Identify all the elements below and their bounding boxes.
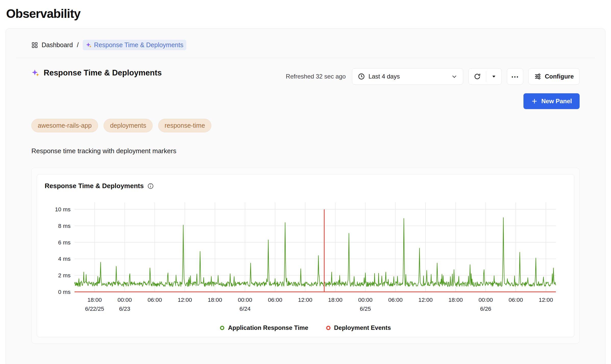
svg-text:2 ms: 2 ms [58,272,71,279]
breadcrumb-dashboard-link[interactable]: Dashboard [31,41,73,49]
toolbar: Refreshed 32 sec ago Last 4 days [286,68,580,109]
more-options-label: ⋯ [511,72,519,81]
svg-text:4 ms: 4 ms [58,256,71,262]
svg-text:6/23: 6/23 [119,306,130,312]
page-title: Observability [6,7,611,21]
legend-item-application-response-time[interactable]: Application Response Time [220,324,308,331]
dashboard-card: Dashboard / Response Time & Deployments … [6,28,605,364]
tag-response-time[interactable]: response-time [158,119,211,132]
caret-down-icon [491,74,496,79]
refresh-split-button [468,68,502,85]
svg-text:06:00: 06:00 [148,297,162,303]
svg-text:18:00: 18:00 [88,297,102,303]
svg-text:18:00: 18:00 [328,297,343,303]
configure-icon [534,73,541,80]
breadcrumb-separator: / [77,41,79,49]
refresh-button[interactable] [469,69,486,84]
time-range-dropdown[interactable]: Last 4 days [352,68,463,85]
svg-text:10 ms: 10 ms [55,206,70,213]
tags-row: awesome-rails-app deployments response-t… [31,119,580,132]
svg-text:12:00: 12:00 [539,297,553,303]
tag-deployments[interactable]: deployments [104,119,153,132]
plus-icon [531,98,538,105]
panel-description: Response time tracking with deployment m… [31,147,580,155]
svg-text:6 ms: 6 ms [58,239,71,246]
tag-awesome-rails-app[interactable]: awesome-rails-app [31,119,98,132]
configure-button[interactable]: Configure [528,68,580,85]
panel-title: Response Time & Deployments [44,68,162,77]
chart-card: Response Time & Deployments 18:006/22/25… [37,174,574,337]
legend-green-circle-icon [220,326,224,330]
svg-text:18:00: 18:00 [448,297,463,303]
toolbar-row-2: New Panel [523,93,580,109]
svg-text:8 ms: 8 ms [58,223,71,229]
svg-text:00:00: 00:00 [479,297,493,303]
legend-label: Deployment Events [334,324,391,331]
configure-label: Configure [545,73,574,80]
new-panel-label: New Panel [541,98,572,105]
svg-text:12:00: 12:00 [298,297,312,303]
svg-text:00:00: 00:00 [117,297,132,303]
sparkles-icon [86,42,92,48]
grid-icon [31,42,38,48]
refresh-icon [474,73,481,80]
panel-title-group: Response Time & Deployments [31,68,162,77]
legend-red-circle-icon [326,326,331,330]
breadcrumb: Dashboard / Response Time & Deployments [31,40,580,50]
response-time-chart: 18:006/22/2500:006/2306:0012:0018:0000:0… [44,192,567,322]
chart-title: Response Time & Deployments [45,182,144,190]
svg-text:0 ms: 0 ms [58,289,71,295]
chart-panel-wrapper: Response Time & Deployments 18:006/22/25… [31,168,580,344]
svg-text:18:00: 18:00 [208,297,222,303]
svg-text:06:00: 06:00 [509,297,523,303]
refreshed-status: Refreshed 32 sec ago [286,73,346,80]
chevron-down-icon [451,73,457,80]
panel-header: Response Time & Deployments Refreshed 32… [31,68,580,109]
legend-item-deployment-events[interactable]: Deployment Events [326,324,391,331]
time-range-value: Last 4 days [369,73,400,80]
breadcrumb-current-label: Response Time & Deployments [94,41,183,49]
header-divider [16,58,595,58]
sparkles-icon [31,69,40,77]
chart-title-row: Response Time & Deployments [44,181,567,192]
svg-text:6/25: 6/25 [360,306,371,312]
svg-text:12:00: 12:00 [418,297,433,303]
info-icon[interactable] [147,183,154,189]
more-options-button[interactable]: ⋯ [507,68,523,85]
svg-text:06:00: 06:00 [268,297,282,303]
chart-legend: Application Response Time Deployment Eve… [44,324,567,331]
legend-label: Application Response Time [228,324,308,331]
svg-text:6/24: 6/24 [239,306,251,312]
refresh-options-button[interactable] [486,69,502,84]
svg-text:6/26: 6/26 [480,306,491,312]
svg-text:12:00: 12:00 [178,297,192,303]
clock-icon [358,73,365,80]
toolbar-row-1: Refreshed 32 sec ago Last 4 days [286,68,580,85]
new-panel-button[interactable]: New Panel [523,93,580,109]
breadcrumb-dashboard-label: Dashboard [42,41,73,49]
breadcrumb-current-link[interactable]: Response Time & Deployments [83,40,186,50]
svg-text:00:00: 00:00 [238,297,252,303]
svg-text:6/22/25: 6/22/25 [85,306,104,312]
svg-text:06:00: 06:00 [388,297,402,303]
svg-text:00:00: 00:00 [358,297,372,303]
